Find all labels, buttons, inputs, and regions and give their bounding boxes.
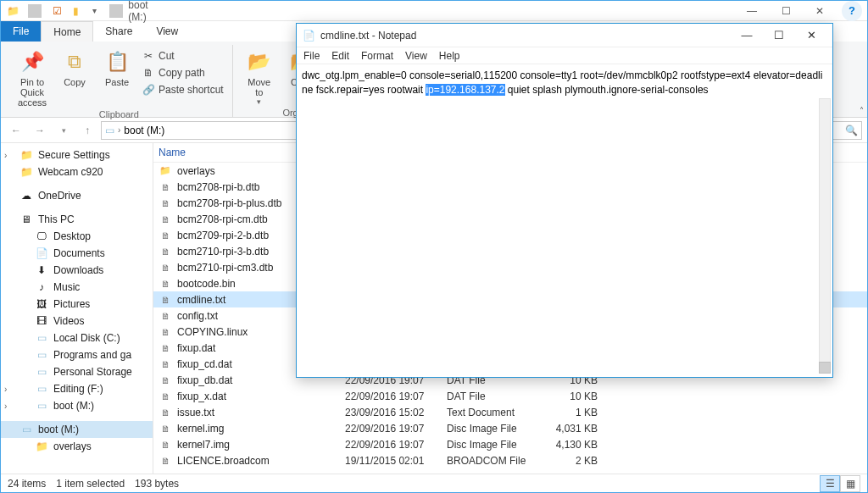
status-size: 193 bytes [135, 478, 179, 490]
tree-item[interactable]: ⬇Downloads [1, 262, 153, 279]
paste-button[interactable]: 📋 Paste [97, 45, 136, 87]
explorer-titlebar: 📁 ☑ ▮ ▾ boot (M:) — ☐ ✕ ? [1, 1, 867, 21]
expand-icon[interactable]: › [4, 402, 7, 411]
tree-item[interactable]: 📁overlays [1, 438, 153, 455]
folder-icon: 📁 [6, 4, 19, 18]
file-date: 22/09/2016 19:07 [340, 423, 442, 435]
file-date: 22/09/2016 19:07 [340, 391, 442, 402]
notepad-text-area[interactable]: dwc_otg.lpm_enable=0 console=serial0,115… [297, 64, 832, 379]
tree-item[interactable]: ›▭Editing (F:) [1, 380, 153, 397]
expand-icon[interactable]: › [4, 151, 7, 160]
menu-view[interactable]: View [405, 50, 427, 62]
file-row[interactable]: 🗎LICENCE.broadcom19/11/2015 02:01BROADCO… [153, 452, 867, 468]
menu-format[interactable]: Format [361, 50, 393, 62]
forward-button[interactable]: → [30, 120, 50, 141]
tab-view[interactable]: View [144, 21, 190, 42]
pin-to-quick-access-button[interactable]: 📌 Pin to Quick access [13, 45, 52, 108]
notepad-scrollbar[interactable] [819, 98, 831, 374]
file-type: Disc Image File [442, 439, 543, 451]
notepad-window: 📄 cmdline.txt - Notepad — ☐ ✕ FileEditFo… [296, 23, 833, 378]
copy-button[interactable]: ⧉ Copy [55, 45, 94, 87]
paste-icon: 📋 [103, 48, 131, 75]
checkbox-icon[interactable]: ☑ [50, 4, 64, 18]
pin-icon: 📌 [19, 48, 46, 75]
notepad-close-button[interactable]: ✕ [795, 24, 827, 47]
notepad-menubar: FileEditFormatViewHelp [297, 47, 832, 64]
notepad-title-text: cmdline.txt - Notepad [320, 30, 416, 42]
file-name: fixup_db.dat [177, 374, 232, 386]
file-name: bcm2710-rpi-3-b.dtb [177, 246, 269, 258]
large-icons-view-button[interactable]: ▦ [840, 475, 860, 492]
file-name: fixup_x.dat [177, 391, 226, 402]
tree-item[interactable]: 🖼Pictures [1, 296, 153, 313]
tree-item-label: boot (M:) [53, 400, 94, 412]
folder-icon: 📁 [19, 148, 33, 162]
help-icon[interactable]: ? [842, 1, 862, 21]
tree-item[interactable]: 📁Webcam c920 [1, 163, 153, 180]
tree-item[interactable]: 🖵Desktop [1, 228, 153, 245]
window-title: boot (M:) [131, 4, 145, 18]
menu-help[interactable]: Help [439, 50, 460, 62]
drive-icon: ▭ [19, 423, 33, 436]
tree-item[interactable]: ▭boot (M:) [1, 421, 153, 438]
tree-item[interactable]: ♪Music [1, 279, 153, 296]
details-view-button[interactable]: ☰ [820, 475, 840, 492]
file-size: 1 KB [543, 407, 603, 418]
tree-item-label: Editing (F:) [53, 383, 103, 395]
notepad-scroll-down[interactable] [819, 362, 831, 374]
file-row[interactable]: 🗎kernel7.img22/09/2016 19:07Disc Image F… [153, 436, 867, 452]
folder-icon: 📁 [35, 440, 48, 453]
up-button[interactable]: ↑ [77, 120, 97, 141]
tree-item[interactable]: ☁OneDrive [1, 187, 153, 204]
file-size: 4,130 KB [543, 439, 603, 451]
minimize-button[interactable]: — [735, 1, 769, 21]
ribbon-collapse-icon[interactable]: ˄ [860, 106, 864, 115]
back-button[interactable]: ← [6, 120, 26, 141]
file-type: DAT File [442, 391, 543, 402]
file-row[interactable]: 🗎fixup_x.dat22/09/2016 19:07DAT File10 K… [153, 388, 867, 404]
tree-item[interactable]: 📄Documents [1, 245, 153, 262]
move-to-button[interactable]: 📂 Move to ▾ [240, 45, 279, 106]
maximize-button[interactable]: ☐ [769, 1, 803, 21]
tab-file[interactable]: File [1, 21, 41, 42]
pics-icon: 🖼 [35, 297, 48, 311]
menu-file[interactable]: File [303, 50, 320, 62]
cut-button[interactable]: ✂Cut [140, 48, 225, 64]
tab-share[interactable]: Share [93, 21, 144, 42]
file-icon: 🗎 [159, 213, 172, 226]
file-icon: 🗎 [159, 309, 172, 323]
tree-item[interactable]: ▭Local Disk (C:) [1, 330, 153, 346]
nav-tree[interactable]: ›📁Secure Settings📁Webcam c920☁OneDrive🖥T… [1, 143, 153, 475]
copy-icon: ⧉ [61, 48, 88, 75]
search-icon: 🔍 [845, 125, 858, 136]
tree-item-label: Desktop [53, 230, 91, 242]
overflow-icon[interactable]: ▾ [87, 4, 101, 18]
file-icon: 🗎 [159, 341, 172, 355]
tab-home[interactable]: Home [41, 21, 93, 42]
tree-item[interactable]: ›📁Secure Settings [1, 147, 153, 163]
tree-item-label: Webcam c920 [38, 166, 103, 178]
file-row[interactable]: 🗎issue.txt23/09/2016 15:02Text Document1… [153, 404, 867, 420]
tree-item-label: Music [53, 281, 80, 293]
tree-item[interactable]: 🖥This PC [1, 211, 153, 228]
tree-item[interactable]: ▭Personal Storage [1, 363, 153, 380]
expand-icon[interactable]: › [4, 385, 7, 394]
close-button[interactable]: ✕ [803, 1, 837, 21]
copy-path-button[interactable]: 🗎Copy path [140, 65, 225, 80]
cloud-icon: ☁ [19, 189, 33, 202]
menu-edit[interactable]: Edit [331, 50, 349, 62]
file-date: 22/09/2016 19:07 [340, 439, 442, 451]
paste-shortcut-button[interactable]: 🔗Paste shortcut [140, 82, 225, 97]
tree-item[interactable]: 🎞Videos [1, 313, 153, 330]
tree-item[interactable]: ▭Programs and ga [1, 346, 153, 363]
file-type: BROADCOM File [442, 455, 543, 467]
file-row[interactable]: 🗎kernel.img22/09/2016 19:07Disc Image Fi… [153, 420, 867, 436]
recent-locations-button[interactable]: ▾ [53, 120, 74, 141]
file-name: bcm2709-rpi-2-b.dtb [177, 230, 269, 241]
tree-item-label: Documents [53, 247, 105, 259]
tree-item[interactable]: ›▭boot (M:) [1, 397, 153, 414]
notepad-maximize-button[interactable]: ☐ [763, 24, 795, 47]
notepad-minimize-button[interactable]: — [731, 24, 763, 47]
notepad-icon: 📄 [302, 29, 315, 42]
file-icon: 🗎 [159, 357, 172, 371]
